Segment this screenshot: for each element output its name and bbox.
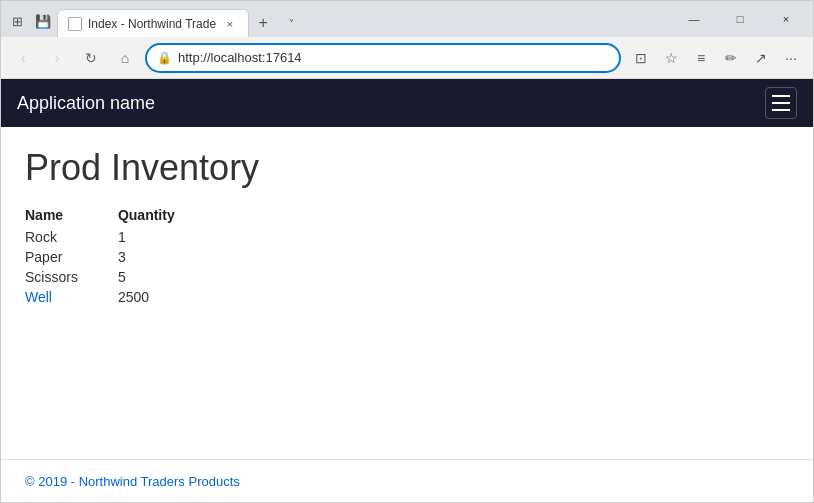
hamburger-line-3 <box>772 109 790 111</box>
share-button[interactable]: ↗ <box>747 44 775 72</box>
tab-bar: ⊞ 💾 Index - Northwind Trade × + ˅ — □ × <box>1 1 813 37</box>
table-row: Scissors5 <box>25 267 215 287</box>
close-window-button[interactable]: × <box>763 5 809 33</box>
table-cell-quantity: 1 <box>118 227 215 247</box>
page-content: Prod Inventory Name Quantity Rock1Paper3… <box>1 127 813 459</box>
app-navbar: Application name <box>1 79 813 127</box>
maximize-button[interactable]: □ <box>717 5 763 33</box>
forward-button[interactable]: › <box>43 44 71 72</box>
page-title: Prod Inventory <box>25 147 789 189</box>
table-cell-quantity: 3 <box>118 247 215 267</box>
hamburger-button[interactable] <box>765 87 797 119</box>
tab-title: Index - Northwind Trade <box>88 17 216 31</box>
tab-icon-group: ⊞ 💾 <box>5 13 57 37</box>
navigation-bar: ‹ › ↻ ⌂ 🔒 ⊡ ☆ ≡ ✏ ↗ ··· <box>1 37 813 79</box>
browser-icon-2[interactable]: 💾 <box>35 13 51 29</box>
footer-text: © 2019 - Northwind Traders Products <box>25 474 240 489</box>
bookmark-button[interactable]: ☆ <box>657 44 685 72</box>
column-header-quantity: Quantity <box>118 205 215 227</box>
home-button[interactable]: ⌂ <box>111 44 139 72</box>
page-footer: © 2019 - Northwind Traders Products <box>1 459 813 502</box>
browser-icon-1[interactable]: ⊞ <box>9 13 25 29</box>
window-controls: — □ × <box>671 5 809 37</box>
hamburger-line-2 <box>772 102 790 104</box>
table-cell-name: Paper <box>25 247 118 267</box>
tab-dropdown-button[interactable]: ˅ <box>277 9 305 37</box>
more-button[interactable]: ··· <box>777 44 805 72</box>
favorites-button[interactable]: ≡ <box>687 44 715 72</box>
column-header-name: Name <box>25 205 118 227</box>
table-row: Paper3 <box>25 247 215 267</box>
table-cell-name: Scissors <box>25 267 118 287</box>
table-row: Well2500 <box>25 287 215 307</box>
table-header-row: Name Quantity <box>25 205 215 227</box>
address-input[interactable] <box>178 50 609 65</box>
split-view-button[interactable]: ⊡ <box>627 44 655 72</box>
new-tab-button[interactable]: + <box>249 9 277 37</box>
active-tab[interactable]: Index - Northwind Trade × <box>57 9 249 37</box>
nav-tools: ⊡ ☆ ≡ ✏ ↗ ··· <box>627 44 805 72</box>
table-cell-name[interactable]: Well <box>25 287 118 307</box>
app-content: Application name Prod Inventory Name Qua… <box>1 79 813 502</box>
table-cell-name: Rock <box>25 227 118 247</box>
item-link[interactable]: Well <box>25 289 52 305</box>
security-icon: 🔒 <box>157 51 172 65</box>
table-row: Rock1 <box>25 227 215 247</box>
table-cell-quantity: 2500 <box>118 287 215 307</box>
table-body: Rock1Paper3Scissors5Well2500 <box>25 227 215 307</box>
refresh-button[interactable]: ↻ <box>77 44 105 72</box>
table-cell-quantity: 5 <box>118 267 215 287</box>
inventory-table: Name Quantity Rock1Paper3Scissors5Well25… <box>25 205 215 307</box>
back-button[interactable]: ‹ <box>9 44 37 72</box>
app-name: Application name <box>17 93 155 114</box>
pen-button[interactable]: ✏ <box>717 44 745 72</box>
minimize-button[interactable]: — <box>671 5 717 33</box>
hamburger-line-1 <box>772 95 790 97</box>
tab-favicon <box>68 17 82 31</box>
tab-close-button[interactable]: × <box>222 16 238 32</box>
address-bar-container: 🔒 <box>145 43 621 73</box>
